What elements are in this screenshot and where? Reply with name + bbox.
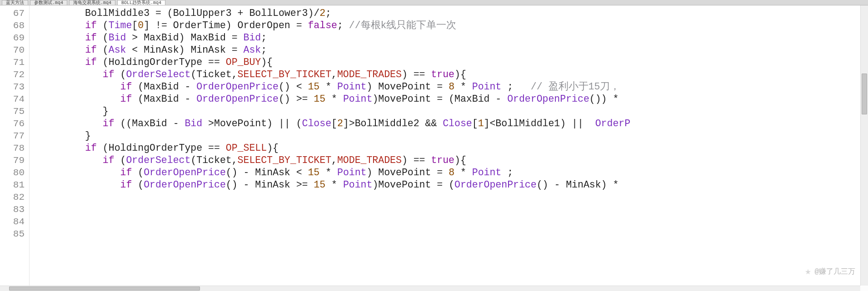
code-token: 8 xyxy=(449,167,454,178)
code-area[interactable]: BollMiddle3 = (BollUpper3 + BollLower3)/… xyxy=(30,5,868,286)
code-token xyxy=(32,167,120,178)
code-token: if xyxy=(103,69,115,80)
code-token xyxy=(32,69,103,80)
horizontal-scrollbar-thumb[interactable] xyxy=(9,286,200,291)
code-token: ( xyxy=(97,44,109,55)
line-number: 84 xyxy=(0,216,25,228)
code-token: > MaxBid) MaxBid = xyxy=(126,32,243,43)
code-token: if xyxy=(85,57,97,68)
code-token: ){ xyxy=(261,57,273,68)
line-number: 75 xyxy=(0,105,25,118)
code-line[interactable]: } xyxy=(32,130,868,142)
code-line[interactable]: if (Ask < MinAsk) MinAsk = Ask; xyxy=(32,44,868,56)
code-token: ( xyxy=(97,20,109,31)
code-token: Point xyxy=(472,167,502,178)
file-tab[interactable]: 海龟交易系统.mq4 xyxy=(69,0,115,5)
code-token: (HoldingOrderType == xyxy=(97,57,226,68)
code-token: //每根k线只能下单一次 xyxy=(349,20,457,31)
code-token: ( xyxy=(115,69,126,80)
code-token: Point xyxy=(343,94,373,104)
code-token: SELECT_BY_TICKET xyxy=(238,155,331,166)
code-token: ){ xyxy=(454,69,466,80)
code-token: ){ xyxy=(454,155,466,166)
code-token: (MaxBid - xyxy=(132,81,196,92)
code-token: Close xyxy=(302,118,332,129)
code-line[interactable]: if (OrderSelect(Ticket,SELECT_BY_TICKET,… xyxy=(32,154,868,167)
code-token: } xyxy=(32,106,109,117)
code-token: < MinAsk) MinAsk = xyxy=(126,44,243,55)
code-token: 2 xyxy=(337,118,343,129)
code-token: MODE_TRADES xyxy=(337,155,402,166)
code-token: , xyxy=(331,69,337,80)
code-token: ; xyxy=(501,167,513,178)
code-token: >MovePoint) || ( xyxy=(202,118,302,129)
code-token: ] != OrderTime) OrderOpen = xyxy=(144,20,308,31)
code-token: () - MinAsk < xyxy=(226,167,308,178)
line-number: 69 xyxy=(0,32,25,44)
code-token: SELECT_BY_TICKET xyxy=(238,69,331,80)
code-token: OrderSelect xyxy=(126,69,190,80)
code-token: 15 xyxy=(308,167,319,178)
code-token: Point xyxy=(337,167,367,178)
code-token xyxy=(32,57,85,68)
line-number-gutter: 67686970717273747576777879808182838485 xyxy=(0,5,30,286)
tab-bar: 蓝天方法参数测试.mq4海龟交易系统.mq4BOLL趋势系统.mq4 xyxy=(0,0,868,5)
code-token xyxy=(32,143,85,153)
code-token: Ask xyxy=(109,44,126,55)
file-tab[interactable]: 蓝天方法 xyxy=(2,0,28,5)
code-token: Point xyxy=(472,81,502,92)
code-token: if xyxy=(120,179,132,190)
line-number: 68 xyxy=(0,20,25,32)
code-token: ()) * xyxy=(589,94,624,104)
code-token: (Ticket, xyxy=(190,155,237,166)
code-token: 2 xyxy=(319,8,325,19)
code-token: [ xyxy=(331,118,337,129)
line-number: 70 xyxy=(0,44,25,56)
code-token xyxy=(32,179,120,190)
code-line[interactable]: if (HoldingOrderType == OP_SELL){ xyxy=(32,142,868,154)
code-token: (Ticket, xyxy=(190,69,237,80)
code-line[interactable]: if ((MaxBid - Bid >MovePoint) || (Close[… xyxy=(32,118,868,130)
vertical-scrollbar-thumb[interactable] xyxy=(862,74,867,114)
code-token: () - MinAsk >= xyxy=(226,179,314,190)
code-token: MODE_TRADES xyxy=(337,69,402,80)
code-token: () < xyxy=(279,81,308,92)
code-line[interactable]: if (HoldingOrderType == OP_BUY){ xyxy=(32,56,868,69)
code-token: ; xyxy=(501,81,531,92)
horizontal-scrollbar[interactable] xyxy=(0,286,860,291)
file-tab[interactable]: BOLL趋势系统.mq4 xyxy=(117,0,165,5)
code-line[interactable]: } xyxy=(32,105,868,118)
code-token: (MaxBid - xyxy=(132,94,196,104)
code-token: )MovePoint = ( xyxy=(372,179,454,190)
code-token xyxy=(32,20,85,31)
code-token: OrderOpenPrice xyxy=(454,179,537,190)
code-line[interactable]: if (MaxBid - OrderOpenPrice() < 15 * Poi… xyxy=(32,81,868,93)
code-token: Point xyxy=(337,81,367,92)
code-token: Ask xyxy=(244,44,261,55)
code-token: if xyxy=(120,167,132,178)
code-token: ; xyxy=(337,20,349,31)
code-token xyxy=(32,44,85,55)
code-token: ){ xyxy=(267,143,279,153)
code-token: * xyxy=(325,94,343,104)
code-token: OrderOpenPrice xyxy=(196,81,279,92)
code-token: [ xyxy=(132,20,138,31)
code-line[interactable]: if (Time[0] != OrderTime) OrderOpen = fa… xyxy=(32,20,868,32)
file-tab[interactable]: 参数测试.mq4 xyxy=(30,0,67,5)
code-token: OrderOpenPrice xyxy=(196,94,279,104)
code-line[interactable]: BollMiddle3 = (BollUpper3 + BollLower3)/… xyxy=(32,7,868,20)
code-token: ]>BollMiddle2 && xyxy=(343,118,443,129)
line-number: 76 xyxy=(0,118,25,130)
code-token: ; xyxy=(325,8,331,19)
code-token: OrderOpenPrice xyxy=(144,167,226,178)
code-line[interactable]: if (OrderSelect(Ticket,SELECT_BY_TICKET,… xyxy=(32,69,868,81)
code-editor[interactable]: 67686970717273747576777879808182838485 B… xyxy=(0,5,868,286)
vertical-scrollbar[interactable] xyxy=(860,5,868,286)
code-line[interactable]: if (OrderOpenPrice() - MinAsk < 15 * Poi… xyxy=(32,167,868,179)
code-token: ) MovePoint = xyxy=(367,167,449,178)
code-line[interactable]: if (Bid > MaxBid) MaxBid = Bid; xyxy=(32,32,868,44)
code-token: OrderSelect xyxy=(126,155,190,166)
code-token: OrderOpenPrice xyxy=(144,179,226,190)
code-line[interactable]: if (OrderOpenPrice() - MinAsk >= 15 * Po… xyxy=(32,179,868,191)
code-line[interactable]: if (MaxBid - OrderOpenPrice() >= 15 * Po… xyxy=(32,93,868,105)
